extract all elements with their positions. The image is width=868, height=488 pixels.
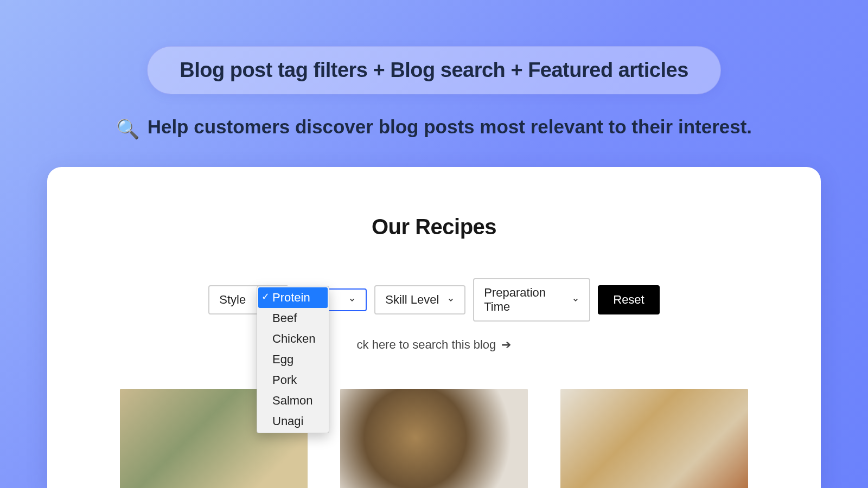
filter-skill-level[interactable]: Skill Level: [374, 285, 465, 314]
preview-card: Our Recipes Style Skill Level Preparatio…: [47, 167, 821, 488]
filter-bar: Style Skill Level Preparation Time Reset…: [47, 278, 821, 322]
search-blog-link[interactable]: ck here to search this blog ➔: [47, 338, 821, 352]
tagline: 🔍 Help customers discover blog posts mos…: [0, 116, 868, 140]
arrow-right-icon: ➔: [501, 338, 511, 351]
filter-skill-label: Skill Level: [385, 293, 439, 307]
search-link-text: ck here to search this blog: [357, 338, 496, 351]
chevron-down-icon: [348, 296, 356, 304]
protein-option-beef[interactable]: Beef: [258, 308, 328, 329]
tagline-text: Help customers discover blog posts most …: [148, 116, 752, 137]
protein-option-pork[interactable]: Pork: [258, 370, 328, 390]
protein-option-chicken[interactable]: Chicken: [258, 329, 328, 349]
magnifier-icon: 🔍: [116, 118, 140, 140]
card-title: Our Recipes: [47, 215, 821, 239]
chevron-down-icon: [447, 296, 455, 304]
filter-preparation-time[interactable]: Preparation Time: [473, 278, 590, 322]
reset-button[interactable]: Reset: [598, 285, 659, 314]
recipe-image[interactable]: [560, 389, 748, 488]
header-pill: Blog post tag filters + Blog search + Fe…: [147, 46, 721, 94]
filter-style-label: Style: [219, 293, 246, 307]
recipe-image[interactable]: [340, 389, 528, 488]
protein-dropdown: Protein Beef Chicken Egg Pork Salmon Una…: [257, 286, 329, 433]
chevron-down-icon: [572, 296, 579, 304]
pill-text: Blog post tag filters + Blog search + Fe…: [180, 59, 688, 81]
protein-option-unagi[interactable]: Unagi: [258, 411, 328, 432]
protein-option-egg[interactable]: Egg: [258, 349, 328, 370]
recipe-image-row: [47, 389, 821, 488]
protein-option-protein[interactable]: Protein: [258, 287, 328, 308]
protein-option-salmon[interactable]: Salmon: [258, 390, 328, 411]
filter-prep-label: Preparation Time: [484, 286, 564, 314]
